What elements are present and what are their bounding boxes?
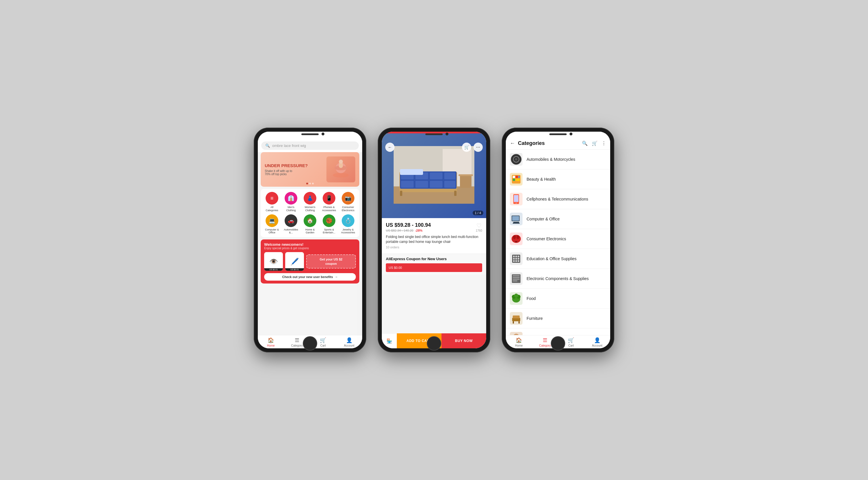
nav-account[interactable]: 👤 Account: [336, 337, 363, 347]
category-thumb-cellphones: [510, 193, 523, 205]
category-thumb-education: [510, 252, 523, 265]
svg-rect-29: [516, 176, 518, 178]
home-button-1[interactable]: [303, 336, 317, 351]
product-price-2: US $0.01: [285, 268, 304, 271]
search-icon-header[interactable]: 🔍: [582, 141, 588, 146]
category-autos[interactable]: 🚗 Automobiles&...: [283, 214, 299, 235]
category-sports[interactable]: 🏀 Sports &Entertain...: [321, 214, 337, 235]
cat-label-phones: Phones &Accessories: [322, 206, 336, 212]
svg-rect-32: [516, 179, 520, 181]
svg-rect-39: [513, 223, 520, 224]
p3-nav-home[interactable]: 🏠 Home: [506, 337, 532, 347]
category-label-furniture: Furniture: [527, 316, 606, 321]
p3-nav-account[interactable]: 👤 Account: [584, 337, 611, 347]
more-icon-header[interactable]: ⋮: [601, 141, 606, 146]
category-item-hair[interactable]: Hair Extensions & Wigs: [506, 329, 610, 335]
buy-now-button[interactable]: BUY NOW: [441, 333, 486, 348]
svg-rect-18: [444, 181, 456, 188]
category-item-computer[interactable]: Computer & Office: [506, 209, 610, 229]
arrow-icon: →: [335, 275, 338, 279]
phone-screen-2: 1 / 4 ← 🛒 ⋯ US $59.28 - 100.94 US: [382, 132, 486, 348]
category-item-consumer[interactable]: Consumer Electronics: [506, 229, 610, 249]
product-title: Folding bed single bed office simple lun…: [386, 235, 482, 244]
nav-category-label: Category: [291, 344, 303, 347]
coupon-bar-text: US $0.00: [389, 266, 402, 269]
more-button[interactable]: ⋯: [473, 143, 483, 152]
category-item-education[interactable]: Education & Office Supplies: [506, 249, 610, 269]
category-thumb-food: [510, 292, 523, 305]
nav-home[interactable]: 🏠 Home: [258, 337, 284, 347]
category-list: Automobiles & Motorcycles Beauty & Healt…: [506, 149, 610, 335]
cat-icon-all: ≡: [266, 192, 278, 205]
cart-icon-header[interactable]: 🛒: [592, 141, 597, 146]
coupon-box[interactable]: Get your US $2 coupon: [306, 254, 356, 269]
welcome-content: 👁️ US $0.01 🖊️ US $0.01 Get your US $2 c…: [264, 252, 356, 271]
category-thumb-autos: [510, 153, 523, 166]
search-bar: 🔍 ombre lace front wig: [258, 140, 362, 152]
cart-button[interactable]: 🛒: [462, 143, 471, 152]
category-electronics[interactable]: 📷 ConsumerElectronics: [340, 192, 356, 212]
svg-point-4: [339, 160, 343, 164]
check-benefits-label: Check out your new user benefits: [282, 275, 333, 279]
category-womens[interactable]: 👗 Women'sClothing: [302, 192, 318, 212]
cat-label-computer: Computer &Office: [265, 228, 279, 235]
coupon-bar[interactable]: US $0.00: [386, 263, 482, 272]
account-icon: 👤: [346, 337, 352, 343]
home-button-3[interactable]: [551, 336, 565, 351]
product-thumb-1: 👁️ US $0.01: [264, 252, 283, 271]
home-button-2[interactable]: [427, 336, 441, 351]
category-home[interactable]: 🏠 Home &Garden: [302, 214, 318, 235]
category-item-cellphones[interactable]: Cellphones & Telecommunications: [506, 189, 610, 209]
status-bar-1: [258, 132, 362, 140]
category-jewelry[interactable]: 💍 Jewelry &Accessories: [340, 214, 356, 235]
svg-rect-58: [513, 280, 517, 281]
heart-icon[interactable]: ♡: [476, 222, 482, 229]
search-input[interactable]: 🔍 ombre lace front wig: [261, 141, 359, 150]
check-benefits-button[interactable]: Check out your new user benefits →: [264, 273, 356, 281]
svg-rect-20: [400, 191, 402, 196]
promo-banner[interactable]: UNDER PRESSURE? Shake it off with up to …: [261, 152, 359, 187]
svg-rect-53: [518, 260, 519, 262]
svg-rect-21: [454, 191, 457, 196]
svg-rect-56: [513, 277, 520, 278]
category-item-beauty[interactable]: Beauty & Health: [506, 169, 610, 189]
svg-rect-30: [519, 176, 520, 178]
header-icons: 🔍 🛒 ⋮: [582, 141, 606, 146]
svg-point-35: [516, 203, 517, 204]
svg-rect-16: [415, 181, 428, 188]
category-computer[interactable]: 💻 Computer &Office: [264, 214, 280, 235]
categories-section: ≡ AllCategories 👔 Men'sClothing 👗 Women'…: [261, 189, 359, 237]
svg-rect-65: [513, 321, 514, 323]
store-button[interactable]: 🏪: [382, 333, 397, 348]
price-row: US $59.28 - 100.94 US $82.34 - 140.20 -2…: [386, 222, 482, 232]
price-secondary: US $82.34 - 140.20 -28%: [386, 229, 431, 232]
banner-text: UNDER PRESSURE? Shake it off with up to …: [265, 163, 327, 176]
category-all[interactable]: ≡ AllCategories: [264, 192, 280, 212]
bed-svg: [394, 146, 474, 204]
back-button[interactable]: ←: [385, 143, 395, 152]
back-icon[interactable]: ←: [510, 140, 515, 146]
nav-home-label: Home: [267, 344, 275, 347]
category-mens[interactable]: 👔 Men'sClothing: [283, 192, 299, 212]
svg-rect-43: [515, 241, 517, 242]
coupon-section: AliExpress Coupon for New Users US $0.00: [382, 253, 486, 275]
product-header: ← 🛒 ⋯: [382, 140, 486, 154]
category-phones[interactable]: 📱 Phones &Accessories: [321, 192, 337, 212]
category-item-electronic[interactable]: Electronic Components & Supplies: [506, 269, 610, 289]
svg-rect-17: [430, 181, 443, 188]
category-thumb-hair: [510, 332, 523, 335]
svg-rect-37: [512, 216, 519, 221]
header-right-actions: 🛒 ⋯: [462, 143, 483, 152]
category-label-consumer: Consumer Electronics: [527, 237, 606, 241]
category-thumb-furniture: [510, 312, 523, 325]
welcome-subtitle: Enjoy special prices & get coupons: [264, 247, 356, 250]
category-item-autos[interactable]: Automobiles & Motorcycles: [506, 149, 610, 169]
category-item-food[interactable]: Food: [506, 289, 610, 309]
svg-rect-48: [513, 258, 515, 260]
svg-rect-57: [513, 279, 520, 280]
category-item-furniture[interactable]: Furniture: [506, 309, 610, 329]
cat-icon-womens: 👗: [304, 192, 316, 205]
category-icon: ☰: [295, 337, 299, 343]
heart-count: 1760: [476, 229, 482, 232]
phone-speaker-1: [301, 133, 319, 135]
